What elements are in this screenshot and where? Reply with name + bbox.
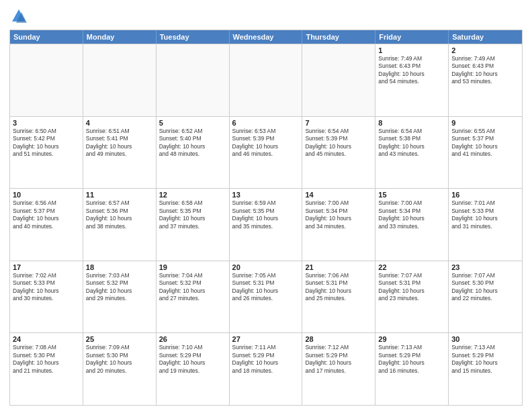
day-info: Sunrise: 7:05 AM Sunset: 5:31 PM Dayligh… [232,272,300,303]
calendar: SundayMondayTuesdayWednesdayThursdayFrid… [9,30,523,406]
day-number: 12 [159,191,226,199]
calendar-cell: 6Sunrise: 6:53 AM Sunset: 5:39 PM Daylig… [230,117,303,189]
day-info: Sunrise: 6:50 AM Sunset: 5:42 PM Dayligh… [13,128,80,158]
calendar-row: 3Sunrise: 6:50 AM Sunset: 5:42 PM Daylig… [10,116,522,189]
day-number: 24 [13,335,80,343]
weekday-header: Tuesday [157,30,230,44]
calendar-cell: 4Sunrise: 6:51 AM Sunset: 5:41 PM Daylig… [83,117,157,189]
calendar-cell: 27Sunrise: 7:11 AM Sunset: 5:29 PM Dayli… [230,333,303,405]
calendar-cell: 13Sunrise: 6:59 AM Sunset: 5:35 PM Dayli… [230,189,303,261]
day-number: 2 [451,46,519,54]
day-info: Sunrise: 7:10 AM Sunset: 5:29 PM Dayligh… [159,344,226,375]
calendar-cell: 16Sunrise: 7:01 AM Sunset: 5:33 PM Dayli… [449,189,522,261]
day-number: 16 [451,191,519,199]
calendar-cell: 22Sunrise: 7:07 AM Sunset: 5:31 PM Dayli… [375,261,449,333]
page: SundayMondayTuesdayWednesdayThursdayFrid… [0,0,532,411]
calendar-cell [83,44,157,116]
calendar-cell: 28Sunrise: 7:12 AM Sunset: 5:29 PM Dayli… [302,333,375,405]
calendar-cell [230,44,303,116]
calendar-cell: 11Sunrise: 6:57 AM Sunset: 5:36 PM Dayli… [83,189,157,261]
day-info: Sunrise: 6:51 AM Sunset: 5:41 PM Dayligh… [86,128,153,158]
calendar-cell: 17Sunrise: 7:02 AM Sunset: 5:33 PM Dayli… [10,261,83,333]
day-number: 25 [86,335,153,343]
calendar-header: SundayMondayTuesdayWednesdayThursdayFrid… [10,30,522,44]
day-info: Sunrise: 6:58 AM Sunset: 5:35 PM Dayligh… [159,199,226,230]
day-number: 28 [305,335,372,343]
day-info: Sunrise: 7:13 AM Sunset: 5:29 PM Dayligh… [378,344,445,375]
day-info: Sunrise: 6:54 AM Sunset: 5:38 PM Dayligh… [378,128,445,158]
day-number: 13 [232,191,300,199]
calendar-cell: 10Sunrise: 6:56 AM Sunset: 5:37 PM Dayli… [10,189,83,261]
day-number: 6 [232,119,300,127]
day-info: Sunrise: 6:59 AM Sunset: 5:35 PM Dayligh… [232,199,300,230]
day-info: Sunrise: 7:49 AM Sunset: 6:43 PM Dayligh… [378,55,445,86]
day-number: 21 [305,263,372,271]
calendar-cell: 24Sunrise: 7:08 AM Sunset: 5:30 PM Dayli… [10,333,83,405]
calendar-cell: 29Sunrise: 7:13 AM Sunset: 5:29 PM Dayli… [375,333,449,405]
day-number: 7 [305,119,372,127]
calendar-cell: 5Sunrise: 6:52 AM Sunset: 5:40 PM Daylig… [157,117,230,189]
weekday-header: Friday [375,30,449,44]
calendar-cell: 30Sunrise: 7:13 AM Sunset: 5:29 PM Dayli… [449,333,522,405]
day-info: Sunrise: 7:02 AM Sunset: 5:33 PM Dayligh… [13,272,80,303]
day-number: 4 [86,119,153,127]
calendar-cell: 3Sunrise: 6:50 AM Sunset: 5:42 PM Daylig… [10,117,83,189]
calendar-cell: 2Sunrise: 7:49 AM Sunset: 6:43 PM Daylig… [449,44,522,116]
day-info: Sunrise: 7:13 AM Sunset: 5:29 PM Dayligh… [451,344,519,375]
day-info: Sunrise: 6:53 AM Sunset: 5:39 PM Dayligh… [232,128,300,158]
calendar-cell: 12Sunrise: 6:58 AM Sunset: 5:35 PM Dayli… [157,189,230,261]
day-info: Sunrise: 7:09 AM Sunset: 5:30 PM Dayligh… [86,344,153,375]
day-number: 19 [159,263,226,271]
calendar-cell: 26Sunrise: 7:10 AM Sunset: 5:29 PM Dayli… [157,333,230,405]
calendar-row: 24Sunrise: 7:08 AM Sunset: 5:30 PM Dayli… [10,332,522,405]
day-info: Sunrise: 7:00 AM Sunset: 5:34 PM Dayligh… [305,199,372,230]
weekday-header: Wednesday [230,30,303,44]
day-info: Sunrise: 7:04 AM Sunset: 5:32 PM Dayligh… [159,272,226,303]
calendar-cell [10,44,83,116]
day-info: Sunrise: 7:08 AM Sunset: 5:30 PM Dayligh… [13,344,80,375]
calendar-cell: 21Sunrise: 7:06 AM Sunset: 5:31 PM Dayli… [302,261,375,333]
calendar-row: 1Sunrise: 7:49 AM Sunset: 6:43 PM Daylig… [10,44,522,116]
day-number: 8 [378,119,445,127]
day-number: 11 [86,191,153,199]
day-number: 3 [13,119,80,127]
day-number: 17 [13,263,80,271]
day-info: Sunrise: 7:06 AM Sunset: 5:31 PM Dayligh… [305,272,372,303]
day-number: 22 [378,263,445,271]
day-number: 29 [378,335,445,343]
day-number: 15 [378,191,445,199]
calendar-cell: 7Sunrise: 6:54 AM Sunset: 5:39 PM Daylig… [302,117,375,189]
calendar-cell: 19Sunrise: 7:04 AM Sunset: 5:32 PM Dayli… [157,261,230,333]
day-number: 14 [305,191,372,199]
day-info: Sunrise: 6:57 AM Sunset: 5:36 PM Dayligh… [86,199,153,230]
calendar-cell: 25Sunrise: 7:09 AM Sunset: 5:30 PM Dayli… [83,333,157,405]
calendar-cell: 14Sunrise: 7:00 AM Sunset: 5:34 PM Dayli… [302,189,375,261]
day-number: 27 [232,335,300,343]
day-number: 20 [232,263,300,271]
logo-icon [9,7,28,26]
weekday-header: Sunday [10,30,83,44]
day-number: 18 [86,263,153,271]
header [9,7,523,26]
day-number: 26 [159,335,226,343]
logo [9,7,31,26]
calendar-cell: 20Sunrise: 7:05 AM Sunset: 5:31 PM Dayli… [230,261,303,333]
day-info: Sunrise: 7:07 AM Sunset: 5:30 PM Dayligh… [451,272,519,303]
day-number: 5 [159,119,226,127]
weekday-header: Monday [83,30,157,44]
calendar-body: 1Sunrise: 7:49 AM Sunset: 6:43 PM Daylig… [10,44,522,405]
calendar-cell: 1Sunrise: 7:49 AM Sunset: 6:43 PM Daylig… [375,44,449,116]
day-info: Sunrise: 6:55 AM Sunset: 5:37 PM Dayligh… [451,128,519,158]
day-info: Sunrise: 7:11 AM Sunset: 5:29 PM Dayligh… [232,344,300,375]
calendar-cell: 8Sunrise: 6:54 AM Sunset: 5:38 PM Daylig… [375,117,449,189]
calendar-cell: 18Sunrise: 7:03 AM Sunset: 5:32 PM Dayli… [83,261,157,333]
day-info: Sunrise: 7:07 AM Sunset: 5:31 PM Dayligh… [378,272,445,303]
day-number: 1 [378,46,445,54]
calendar-cell: 15Sunrise: 7:00 AM Sunset: 5:34 PM Dayli… [375,189,449,261]
day-info: Sunrise: 7:49 AM Sunset: 6:43 PM Dayligh… [451,55,519,86]
day-info: Sunrise: 7:03 AM Sunset: 5:32 PM Dayligh… [86,272,153,303]
day-number: 10 [13,191,80,199]
day-info: Sunrise: 7:01 AM Sunset: 5:33 PM Dayligh… [451,199,519,230]
day-number: 9 [451,119,519,127]
day-info: Sunrise: 6:52 AM Sunset: 5:40 PM Dayligh… [159,128,226,158]
